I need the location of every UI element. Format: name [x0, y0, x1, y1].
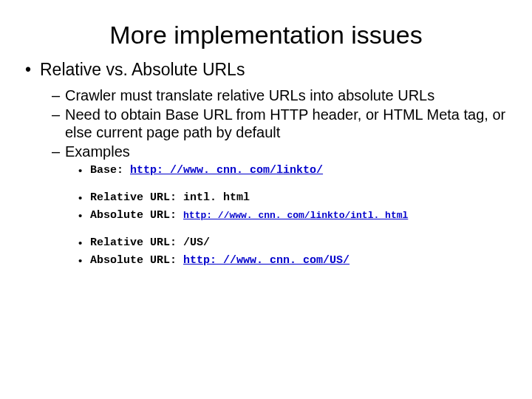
bullet-lvl2: Crawler must translate relative URLs int… — [21, 86, 511, 104]
label: Absolute URL: — [90, 209, 183, 222]
example-base: Base: http: //www. cnn. com/linkto/ — [21, 163, 511, 178]
label: Relative URL: — [90, 236, 183, 249]
bullet-lvl2: Need to obtain Base URL from HTTP header… — [21, 106, 511, 141]
label: Absolute URL: — [90, 254, 183, 267]
example-absolute: Absolute URL: http: //www. cnn. com/link… — [21, 208, 511, 223]
slide-title: More implementation issues — [0, 21, 532, 50]
base-url-link[interactable]: http: //www. cnn. com/linkto/ — [130, 164, 323, 177]
bullet-lvl1: Relative vs. Absolute URLs — [21, 60, 511, 81]
example-relative: Relative URL: /US/ — [21, 236, 511, 250]
example-absolute: Absolute URL: http: //www. cnn. com/US/ — [21, 253, 511, 268]
slide: More implementation issues Relative vs. … — [0, 21, 532, 399]
absolute-url-link[interactable]: http: //www. cnn. com/US/ — [183, 254, 349, 267]
value: intl. html — [183, 191, 250, 204]
absolute-url-link[interactable]: http: //www. cnn. com/linkto/intl. html — [183, 210, 408, 221]
label: Relative URL: — [90, 191, 183, 204]
example-relative: Relative URL: intl. html — [21, 191, 511, 205]
slide-content: Relative vs. Absolute URLs Crawler must … — [0, 60, 532, 267]
label: Base: — [90, 164, 130, 177]
value: /US/ — [183, 236, 210, 249]
bullet-lvl2: Examples — [21, 143, 511, 160]
